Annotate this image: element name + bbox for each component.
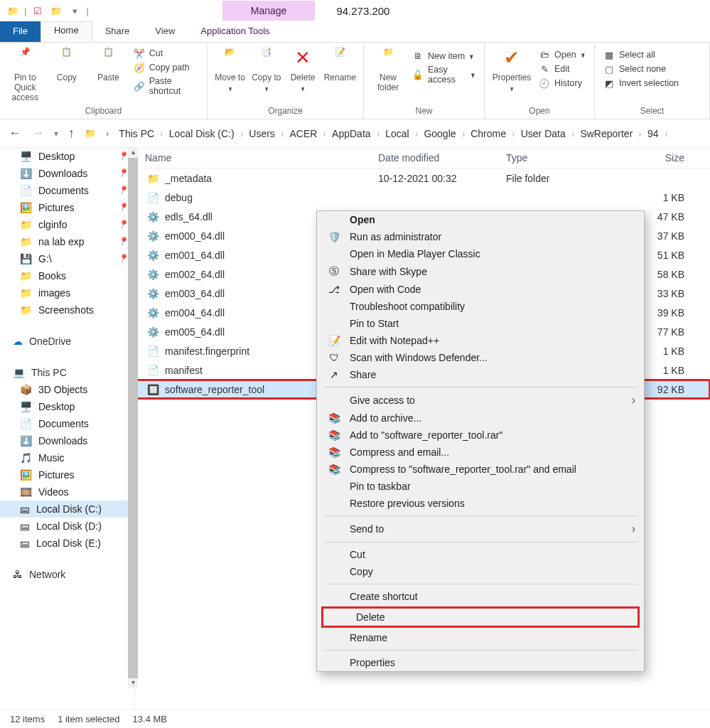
qat-dropdown-icon[interactable]: ▾ xyxy=(68,4,82,18)
nav-recent-button[interactable]: ▾ xyxy=(54,129,58,139)
context-item[interactable]: Properties xyxy=(317,654,644,671)
context-item[interactable]: Rename xyxy=(317,629,644,646)
tab-view[interactable]: View xyxy=(142,21,188,42)
context-item[interactable]: Troubleshoot compatibility xyxy=(317,298,644,315)
edit-button[interactable]: ✎Edit xyxy=(536,63,588,75)
context-item[interactable]: 🛡Scan with Windows Defender... xyxy=(317,349,644,366)
column-size[interactable]: Size xyxy=(613,152,706,164)
nav-network[interactable]: 🖧Network xyxy=(0,566,134,583)
tab-home[interactable]: Home xyxy=(41,21,92,42)
nav-item[interactable]: 🖥️Desktop xyxy=(0,398,134,415)
nav-forward-button[interactable]: → xyxy=(31,126,44,141)
nav-item[interactable]: 🎞️Videos xyxy=(0,483,134,500)
cut-button[interactable]: ✂️Cut xyxy=(131,47,201,60)
context-item[interactable]: ⎇Open with Code xyxy=(317,281,644,298)
breadcrumb-segment[interactable]: ACER xyxy=(290,128,318,139)
tab-share[interactable]: Share xyxy=(92,21,143,42)
nav-item[interactable]: 📁na lab exp📍 xyxy=(0,233,134,250)
tab-application-tools[interactable]: Application Tools xyxy=(188,21,282,42)
copy-path-button[interactable]: 🧭Copy path xyxy=(131,61,201,74)
nav-item[interactable]: 📁Books xyxy=(0,267,134,284)
context-item[interactable]: ⓈShare with Skype xyxy=(317,262,644,281)
context-item[interactable]: Pin to Start xyxy=(317,315,644,332)
new-item-button[interactable]: 🗎New item ▾ xyxy=(409,50,478,63)
navigation-pane[interactable]: 🖥️Desktop📍⬇️Downloads📍📄Documents📍🖼️Pictu… xyxy=(0,148,135,710)
move-to-button[interactable]: 📂Move to▾ xyxy=(213,46,247,95)
context-item[interactable]: Open xyxy=(317,211,644,228)
nav-item[interactable]: 🖥️Desktop📍 xyxy=(0,148,134,165)
file-row[interactable]: 📁_metadata10-12-2021 00:32File folder xyxy=(135,168,710,188)
new-folder-button[interactable]: 📁New folder xyxy=(370,46,407,94)
context-menu[interactable]: Open🛡️Run as administratorOpen in Media … xyxy=(316,210,645,672)
context-item[interactable]: ↗Share xyxy=(317,366,644,383)
context-item[interactable]: Send to› xyxy=(317,520,644,538)
breadcrumb-segment[interactable]: AppData xyxy=(332,128,370,139)
open-button[interactable]: 🗁Open ▾ xyxy=(536,48,588,61)
rename-button[interactable]: 📝Rename xyxy=(323,46,357,84)
breadcrumb-segment[interactable]: Local xyxy=(385,128,409,139)
nav-item[interactable]: 📁clginfo📍 xyxy=(0,216,134,233)
breadcrumb-segment[interactable]: SwReporter xyxy=(580,128,633,139)
nav-onedrive[interactable]: ☁OneDrive xyxy=(0,333,134,350)
scroll-up-icon[interactable]: ▴ xyxy=(131,148,135,158)
nav-item[interactable]: ⬇️Downloads📍 xyxy=(0,165,134,182)
context-item[interactable]: Give access to› xyxy=(317,391,644,410)
breadcrumb-segment[interactable]: Chrome xyxy=(470,128,506,139)
nav-item[interactable]: 🖼️Pictures📍 xyxy=(0,199,134,216)
qat-checkbox-icon[interactable]: ☑ xyxy=(31,4,45,18)
scroll-thumb[interactable] xyxy=(128,158,138,678)
copy-to-button[interactable]: 📑Copy to▾ xyxy=(249,46,283,95)
context-item[interactable]: 📚Add to archive... xyxy=(317,410,644,427)
select-none-button[interactable]: ▢Select none xyxy=(601,63,704,75)
breadcrumb[interactable]: This PC›Local Disk (C:)›Users›ACER›AppDa… xyxy=(119,128,669,139)
nav-item[interactable]: 💾G:\📍 xyxy=(0,250,134,267)
nav-up-button[interactable]: ↑ xyxy=(68,126,75,141)
scroll-down-icon[interactable]: ▾ xyxy=(131,678,135,688)
nav-item[interactable]: 📦3D Objects xyxy=(0,381,134,398)
column-name[interactable]: Name xyxy=(145,152,378,164)
breadcrumb-segment[interactable]: 94 xyxy=(647,128,659,139)
nav-scrollbar[interactable]: ▴ ▾ xyxy=(128,148,138,688)
contextual-tab-manage[interactable]: Manage xyxy=(222,1,316,21)
nav-item[interactable]: 🖼️Pictures xyxy=(0,466,134,483)
paste-button[interactable]: 📋Paste xyxy=(89,46,128,84)
nav-item[interactable]: 🖴Local Disk (E:) xyxy=(0,535,134,552)
context-item[interactable]: 🛡️Run as administrator xyxy=(317,228,644,245)
nav-item[interactable]: ⬇️Downloads xyxy=(0,432,134,449)
breadcrumb-segment[interactable]: This PC xyxy=(119,128,154,139)
select-all-button[interactable]: ▦Select all xyxy=(601,48,704,61)
column-type[interactable]: Type xyxy=(506,152,613,164)
context-item[interactable]: 📚Add to "software_reporter_tool.rar" xyxy=(317,427,644,444)
breadcrumb-segment[interactable]: User Data xyxy=(521,128,566,139)
copy-button[interactable]: 📋Copy xyxy=(48,46,87,84)
tab-file[interactable]: File xyxy=(0,21,41,42)
delete-button[interactable]: ✕Delete▾ xyxy=(286,46,319,95)
context-item[interactable]: Restore previous versions xyxy=(317,495,644,512)
context-item[interactable]: Pin to taskbar xyxy=(317,478,644,495)
nav-item[interactable]: 📁Screenshots xyxy=(0,301,134,318)
properties-button[interactable]: ✔Properties▾ xyxy=(490,46,533,95)
column-headers[interactable]: Name Date modified Type Size xyxy=(135,148,710,168)
context-item[interactable]: Delete xyxy=(321,606,640,628)
nav-item[interactable]: 📄Documents xyxy=(0,415,134,432)
context-item[interactable]: 📚Compress to "software_reporter_tool.rar… xyxy=(317,461,644,478)
nav-item[interactable]: 🖴Local Disk (D:) xyxy=(0,518,134,535)
nav-item[interactable]: 📄Documents📍 xyxy=(0,182,134,199)
easy-access-button[interactable]: 🔓Easy access ▾ xyxy=(409,64,478,85)
paste-shortcut-button[interactable]: 🔗Paste shortcut xyxy=(131,75,201,97)
nav-this-pc[interactable]: 💻This PC xyxy=(0,364,134,381)
file-row[interactable]: 📄debug1 KB xyxy=(135,188,710,207)
context-item[interactable]: Open in Media Player Classic xyxy=(317,245,644,262)
nav-item[interactable]: 🖴Local Disk (C:) xyxy=(0,500,134,518)
invert-selection-button[interactable]: ◩Invert selection xyxy=(601,77,704,90)
context-item[interactable]: Create shortcut xyxy=(317,588,644,605)
history-button[interactable]: 🕘History xyxy=(536,77,588,90)
context-item[interactable]: 📚Compress and email... xyxy=(317,444,644,461)
breadcrumb-segment[interactable]: Users xyxy=(249,128,275,139)
context-item[interactable]: Copy xyxy=(317,563,644,580)
context-item[interactable]: Cut xyxy=(317,546,644,563)
nav-back-button[interactable]: ← xyxy=(9,126,21,141)
breadcrumb-segment[interactable]: Google xyxy=(424,128,456,139)
nav-item[interactable]: 📁images xyxy=(0,284,134,301)
breadcrumb-segment[interactable]: Local Disk (C:) xyxy=(169,128,235,139)
